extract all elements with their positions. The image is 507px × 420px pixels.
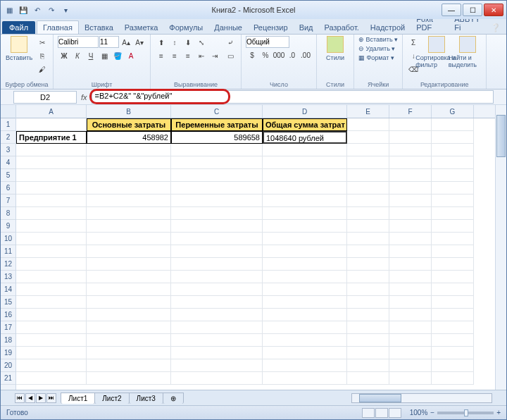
col-header-a[interactable]: A (16, 105, 87, 118)
cell-g2[interactable] (432, 131, 474, 144)
cell-empty[interactable] (87, 334, 171, 347)
cell-empty[interactable] (432, 233, 474, 245)
tab-developer[interactable]: Разработ. (319, 21, 365, 34)
tab-review[interactable]: Рецензир (248, 21, 294, 34)
cell-empty[interactable] (171, 321, 263, 334)
cell-empty[interactable] (432, 245, 474, 258)
cell-empty[interactable] (171, 207, 263, 220)
col-header-b[interactable]: B (87, 105, 171, 118)
sheet-nav-prev-icon[interactable]: ◀ (25, 393, 35, 403)
border-icon[interactable]: ▦ (98, 49, 111, 62)
cell-empty[interactable] (16, 334, 87, 347)
select-all-corner[interactable] (1, 105, 15, 118)
cell-empty[interactable] (432, 347, 474, 359)
cell-empty[interactable] (263, 372, 347, 385)
cell-empty[interactable] (16, 321, 87, 334)
cell-empty[interactable] (263, 194, 347, 207)
indent-increase-icon[interactable]: ⇥ (208, 49, 221, 62)
cell-empty[interactable] (171, 169, 263, 182)
cell-e1[interactable] (347, 118, 389, 131)
cell-empty[interactable] (389, 296, 432, 309)
cell-empty[interactable] (16, 283, 87, 296)
fill-color-icon[interactable]: 🪣 (111, 49, 124, 62)
tab-data[interactable]: Данные (208, 21, 248, 34)
fx-icon[interactable]: fx (81, 93, 87, 101)
cell-empty[interactable] (347, 372, 389, 385)
cell-empty[interactable] (347, 194, 389, 207)
paste-button[interactable]: Вставить (5, 36, 33, 61)
cell-empty[interactable] (347, 144, 389, 156)
decrease-decimal-icon[interactable]: .00 (299, 49, 312, 61)
qat-dropdown-icon[interactable]: ▾ (60, 4, 71, 16)
cell-empty[interactable] (347, 207, 389, 220)
cell-empty[interactable] (16, 194, 87, 207)
redo-icon[interactable]: ↷ (46, 4, 57, 16)
cell-empty[interactable] (263, 220, 347, 233)
scrollbar-thumb[interactable] (496, 115, 506, 157)
cell-empty[interactable] (389, 271, 432, 283)
cell-empty[interactable] (16, 347, 87, 359)
cell-empty[interactable] (171, 220, 263, 233)
cell-empty[interactable] (171, 245, 263, 258)
cell-empty[interactable] (263, 182, 347, 194)
cell-empty[interactable] (347, 359, 389, 372)
row-header-7[interactable]: 7 (1, 194, 15, 207)
row-header-16[interactable]: 16 (1, 309, 15, 321)
cell-empty[interactable] (389, 182, 432, 194)
cell-empty[interactable] (432, 309, 474, 321)
cell-empty[interactable] (389, 220, 432, 233)
cell-empty[interactable] (347, 296, 389, 309)
scrollbar-thumb[interactable] (359, 394, 401, 402)
cell-b2[interactable]: 458982 (87, 131, 171, 144)
cell-empty[interactable] (16, 169, 87, 182)
sheet-nav-first-icon[interactable]: ⏮ (15, 393, 25, 403)
cell-empty[interactable] (432, 156, 474, 169)
sheet-tab-2[interactable]: Лист2 (94, 393, 129, 404)
cell-empty[interactable] (432, 283, 474, 296)
row-header-18[interactable]: 18 (1, 334, 15, 347)
cell-empty[interactable] (171, 182, 263, 194)
cell-empty[interactable] (432, 144, 474, 156)
view-layout-icon[interactable] (375, 408, 388, 418)
cell-empty[interactable] (263, 156, 347, 169)
cell-a1[interactable] (16, 118, 87, 131)
zoom-out-button[interactable]: − (430, 409, 434, 416)
cell-empty[interactable] (347, 309, 389, 321)
cell-empty[interactable] (432, 296, 474, 309)
align-right-icon[interactable]: ≡ (182, 49, 194, 62)
cell-empty[interactable] (432, 321, 474, 334)
cell-e2[interactable] (347, 131, 389, 144)
cell-empty[interactable] (432, 359, 474, 372)
name-box[interactable] (13, 91, 77, 104)
cell-empty[interactable] (87, 359, 171, 372)
row-header-21[interactable]: 21 (1, 372, 15, 385)
cell-empty[interactable] (263, 233, 347, 245)
cell-empty[interactable] (263, 271, 347, 283)
find-select-button[interactable]: Найти и выделить (453, 36, 482, 68)
vertical-scrollbar[interactable] (495, 105, 506, 390)
cell-empty[interactable] (263, 359, 347, 372)
increase-decimal-icon[interactable]: .0 (286, 49, 299, 61)
indent-decrease-icon[interactable]: ⇤ (195, 49, 208, 62)
currency-icon[interactable]: $ (246, 49, 258, 61)
cell-empty[interactable] (87, 245, 171, 258)
cell-empty[interactable] (389, 144, 432, 156)
cell-empty[interactable] (389, 245, 432, 258)
comma-icon[interactable]: 000 (273, 49, 285, 61)
cell-c2[interactable]: 589658 (171, 131, 263, 144)
row-header-17[interactable]: 17 (1, 321, 15, 334)
align-top-icon[interactable]: ⬆ (155, 36, 168, 49)
cell-empty[interactable] (389, 283, 432, 296)
row-header-2[interactable]: 2 (1, 131, 15, 144)
cell-empty[interactable] (389, 207, 432, 220)
row-header-10[interactable]: 10 (1, 233, 15, 245)
cell-empty[interactable] (16, 309, 87, 321)
cut-icon[interactable]: ✂ (36, 36, 49, 49)
cell-empty[interactable] (432, 182, 474, 194)
row-header-9[interactable]: 9 (1, 220, 15, 233)
cell-empty[interactable] (432, 258, 474, 271)
cell-empty[interactable] (16, 258, 87, 271)
align-left-icon[interactable]: ≡ (155, 49, 168, 62)
cell-empty[interactable] (87, 220, 171, 233)
row-header-4[interactable]: 4 (1, 156, 15, 169)
